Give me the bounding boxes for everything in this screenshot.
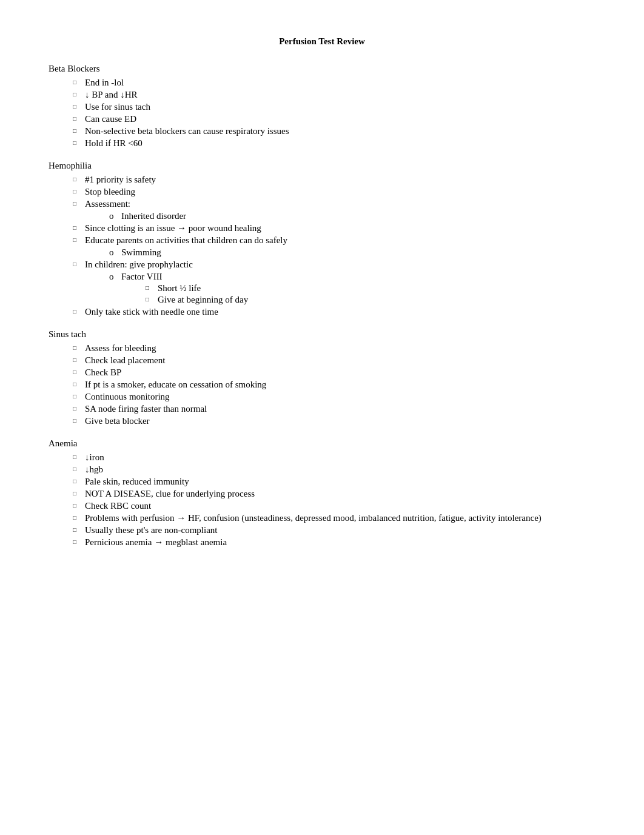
anemia-list: ↓iron ↓hgb Pale skin, reduced immunity N… xyxy=(49,452,595,548)
section-hemophilia: Hemophilia #1 priority is safety Stop bl… xyxy=(49,161,595,317)
list-item: Check lead placement xyxy=(73,355,595,366)
list-item: Give beta blocker xyxy=(73,416,595,426)
list-item: Hold if HR <60 xyxy=(73,138,595,149)
list-item: NOT A DISEASE, clue for underlying proce… xyxy=(73,489,595,499)
list-item: Check RBC count xyxy=(73,501,595,511)
list-item: ↓ BP and ↓HR xyxy=(73,90,595,100)
list-item: Can cause ED xyxy=(73,114,595,124)
section-heading-hemophilia: Hemophilia xyxy=(49,161,595,171)
list-item: Pernicious anemia → megblast anemia xyxy=(73,537,595,548)
list-item: Continuous monitoring xyxy=(73,392,595,402)
list-item: If pt is a smoker, educate on cessation … xyxy=(73,380,595,390)
section-heading-sinus-tach: Sinus tach xyxy=(49,329,595,340)
list-item: ↓iron xyxy=(73,452,595,463)
list-item: Factor VIII Short ½ life Give at beginni… xyxy=(109,272,595,305)
list-item: Check BP xyxy=(73,367,595,378)
list-item: Give at beginning of day xyxy=(146,295,595,305)
list-item: Stop bleeding xyxy=(73,187,595,197)
hemophilia-prophylactic-sub: Factor VIII Short ½ life Give at beginni… xyxy=(85,272,595,305)
section-heading-beta-blockers: Beta Blockers xyxy=(49,64,595,74)
list-item: Pale skin, reduced immunity xyxy=(73,477,595,487)
section-sinus-tach: Sinus tach Assess for bleeding Check lea… xyxy=(49,329,595,426)
factor-viii-sub: Short ½ life Give at beginning of day xyxy=(121,283,595,305)
beta-blockers-list: End in -lol ↓ BP and ↓HR Use for sinus t… xyxy=(49,78,595,149)
list-item: Assess for bleeding xyxy=(73,343,595,354)
hemophilia-list: #1 priority is safety Stop bleeding Asse… xyxy=(49,175,595,317)
list-item: Non-selective beta blockers can cause re… xyxy=(73,126,595,136)
list-item: Since clotting is an issue → poor wound … xyxy=(73,223,595,233)
list-item: In children: give prophylactic Factor VI… xyxy=(73,260,595,305)
page-wrapper: Perfusion Test Review Beta Blockers End … xyxy=(49,36,595,548)
list-item: Use for sinus tach xyxy=(73,102,595,112)
list-item: Problems with perfusion → HF, confusion … xyxy=(73,513,595,523)
list-item: Only take stick with needle one time xyxy=(73,307,595,317)
list-item: Educate parents on activities that child… xyxy=(73,235,595,258)
list-item: Inherited disorder xyxy=(109,211,595,221)
list-item: Swimming xyxy=(109,247,595,258)
list-item: #1 priority is safety xyxy=(73,175,595,185)
list-item: Short ½ life xyxy=(146,283,595,293)
section-beta-blockers: Beta Blockers End in -lol ↓ BP and ↓HR U… xyxy=(49,64,595,149)
list-item: ↓hgb xyxy=(73,464,595,475)
list-item: Assessment: Inherited disorder xyxy=(73,199,595,221)
list-item: SA node firing faster than normal xyxy=(73,404,595,414)
hemophilia-activities-sub: Swimming xyxy=(85,247,595,258)
sinus-tach-list: Assess for bleeding Check lead placement… xyxy=(49,343,595,426)
section-heading-anemia: Anemia xyxy=(49,438,595,449)
page-title: Perfusion Test Review xyxy=(49,36,595,47)
list-item: End in -lol xyxy=(73,78,595,88)
hemophilia-assessment-sub: Inherited disorder xyxy=(85,211,595,221)
list-item: Usually these pt's are non-compliant xyxy=(73,525,595,535)
section-anemia: Anemia ↓iron ↓hgb Pale skin, reduced imm… xyxy=(49,438,595,548)
